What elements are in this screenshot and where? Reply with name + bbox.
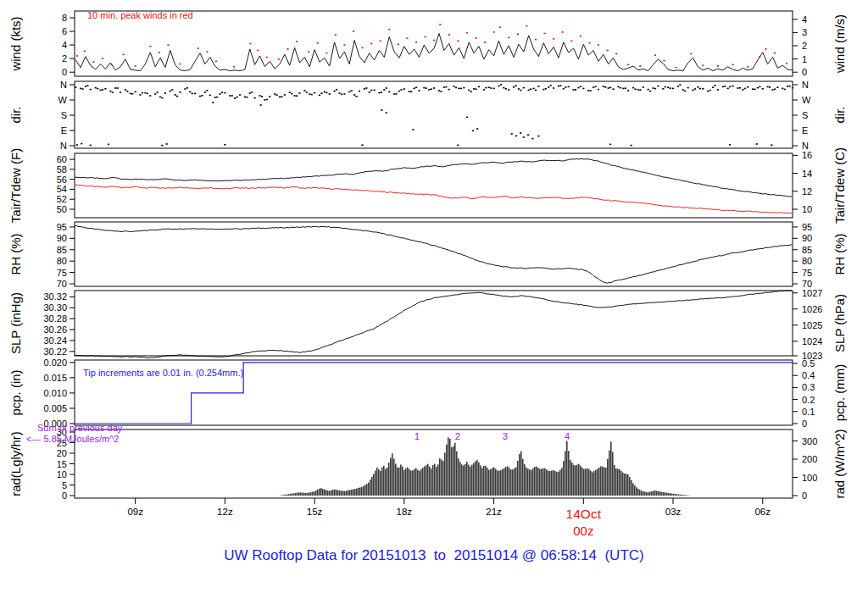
rad-bar bbox=[285, 495, 286, 496]
rad-bar bbox=[385, 469, 386, 496]
dir-dot bbox=[682, 89, 684, 91]
dir-dot bbox=[254, 97, 256, 99]
rad-bar bbox=[475, 462, 476, 496]
temp-left-tick-label: 54 bbox=[57, 184, 67, 194]
rad-bar bbox=[610, 441, 611, 496]
rad-bar bbox=[565, 451, 565, 496]
dir-dot bbox=[714, 85, 715, 86]
rad-bar bbox=[507, 466, 508, 496]
rad-bar bbox=[465, 464, 465, 496]
dir-dot bbox=[209, 95, 211, 97]
dir-dot bbox=[649, 91, 651, 92]
rad-bar bbox=[548, 471, 548, 496]
rad-bar bbox=[488, 470, 489, 496]
rad-bar bbox=[371, 477, 372, 496]
rad-bar bbox=[380, 471, 381, 496]
peak-wind-dot bbox=[786, 63, 787, 64]
peak-wind-dot bbox=[159, 52, 160, 53]
rad-bar bbox=[448, 437, 448, 496]
dir-dot bbox=[259, 95, 260, 97]
dir-dot bbox=[164, 92, 166, 94]
rad-bar bbox=[524, 464, 525, 496]
dir-dot bbox=[97, 88, 98, 90]
rad-bar bbox=[510, 469, 511, 496]
peak-wind-dot bbox=[774, 53, 776, 54]
rad-bar bbox=[407, 468, 408, 496]
temp-left-tick-label: 56 bbox=[57, 175, 67, 185]
dir-dot bbox=[784, 89, 786, 91]
temp-left-tick-label: 58 bbox=[57, 164, 67, 175]
rad-bar bbox=[466, 462, 467, 496]
rad-bar bbox=[492, 468, 492, 496]
peak-wind-dot bbox=[84, 51, 86, 53]
rad-bar bbox=[422, 468, 423, 496]
pcp-right-tick-label: 0.1 bbox=[802, 407, 815, 417]
rad-bar bbox=[453, 446, 453, 496]
rad-bar bbox=[366, 484, 367, 496]
series-tair_f bbox=[75, 158, 792, 197]
peak-wind-dot bbox=[690, 53, 692, 55]
rad-bar bbox=[478, 463, 479, 496]
rad-bar bbox=[412, 470, 413, 496]
rad-bar bbox=[509, 468, 509, 496]
x-tick-label: 06z bbox=[754, 507, 771, 517]
peak-wind-dot bbox=[257, 50, 259, 52]
dir-dot bbox=[767, 86, 769, 88]
dir-dot bbox=[120, 91, 121, 93]
rad-bar bbox=[317, 490, 318, 496]
peak-wind-dot bbox=[543, 33, 545, 35]
dir-dot bbox=[782, 88, 783, 90]
dir-dot bbox=[724, 86, 726, 87]
dir-dot bbox=[575, 89, 576, 91]
rad-bar bbox=[414, 469, 415, 496]
rad-left-tick-label: 0 bbox=[62, 490, 67, 501]
temp-right-tick-label: 12 bbox=[802, 186, 812, 197]
dir-dot bbox=[351, 90, 353, 91]
dir-dot bbox=[159, 97, 161, 98]
rad-right-tick-label: 200 bbox=[802, 454, 817, 464]
rad-bar bbox=[442, 461, 443, 496]
peak-wind-dot bbox=[663, 60, 665, 62]
dir-dot bbox=[274, 93, 275, 95]
dir-dot bbox=[303, 90, 305, 91]
dir-dot bbox=[460, 88, 462, 90]
rad-bar bbox=[614, 465, 615, 496]
rad-bar bbox=[636, 487, 637, 496]
rad-bar bbox=[612, 452, 613, 496]
dir-dot bbox=[80, 88, 81, 90]
peak-wind-dot bbox=[233, 66, 235, 68]
rad-bar bbox=[426, 465, 426, 496]
dir-dot bbox=[336, 89, 337, 91]
peak-wind-dot bbox=[535, 39, 537, 41]
wind-right-tick-label: 0 bbox=[802, 67, 807, 77]
rad-bar bbox=[520, 452, 521, 496]
rad-bar bbox=[553, 470, 554, 496]
dir-dot bbox=[490, 87, 492, 89]
dir-dot bbox=[438, 90, 440, 91]
rad-bar bbox=[632, 483, 633, 496]
dir-dot bbox=[788, 86, 790, 87]
dir-dot bbox=[433, 87, 435, 89]
dir-dot bbox=[634, 88, 636, 90]
dir-dot bbox=[445, 86, 447, 88]
dir-dot bbox=[577, 87, 579, 89]
rad-bar bbox=[319, 489, 320, 496]
dir-dot bbox=[622, 88, 624, 90]
dir-dot bbox=[697, 86, 698, 88]
rad-bar bbox=[515, 467, 516, 496]
dir-left-tick-label: N bbox=[60, 141, 67, 151]
rad-bar bbox=[637, 489, 638, 496]
rad-bar bbox=[627, 474, 628, 496]
rad-bar bbox=[673, 494, 674, 496]
dir-dot bbox=[684, 91, 686, 92]
dir-dot bbox=[428, 89, 430, 91]
rad-bar bbox=[517, 461, 518, 496]
dir-dot bbox=[99, 90, 101, 91]
dir-outlier-dot bbox=[523, 136, 525, 138]
dir-outlier-dot bbox=[212, 102, 214, 103]
peak-wind-dot bbox=[580, 36, 581, 37]
slp-right-tick-label: 1026 bbox=[802, 304, 822, 314]
dir-dot bbox=[687, 87, 689, 89]
slp-left-tick-label: 30.22 bbox=[43, 346, 67, 357]
dir-outlier-dot bbox=[166, 143, 168, 145]
